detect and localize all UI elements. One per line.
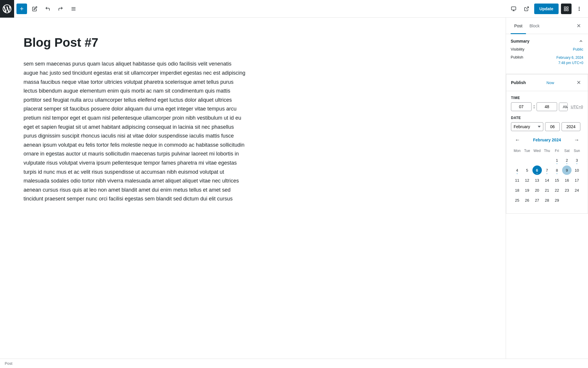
time-ampm-toggle: AM PM: [559, 103, 568, 111]
calendar-day[interactable]: 18: [512, 185, 522, 195]
calendar-day[interactable]: 28: [542, 195, 552, 205]
publish-panel: Publish Now ✕ TIME : AM PM UTC+0: [506, 74, 588, 214]
visibility-value[interactable]: Public: [573, 47, 583, 51]
svg-rect-3: [511, 7, 516, 10]
calendar-day[interactable]: 27: [532, 195, 542, 205]
view-icon: [511, 6, 516, 11]
calendar-dow: Tue: [522, 148, 532, 154]
svg-rect-9: [567, 9, 568, 11]
calendar-day[interactable]: 9: [562, 165, 572, 175]
list-view-icon: [71, 6, 76, 11]
calendar-day[interactable]: 29: [552, 195, 562, 205]
post-content[interactable]: sem sem maecenas purus quam lacus alique…: [24, 59, 247, 203]
time-separator: :: [533, 104, 535, 109]
publish-panel-header: Publish Now ✕: [506, 74, 588, 91]
year-input[interactable]: [562, 122, 580, 131]
bottom-bar-label: Post: [5, 361, 12, 366]
toolbar-left: +: [16, 4, 79, 14]
calendar-day[interactable]: 12: [522, 175, 532, 185]
calendar-day[interactable]: 21: [542, 185, 552, 195]
visibility-label: Visibility: [511, 47, 524, 51]
summary-title: Summary: [511, 39, 529, 44]
calendar-nav: ← February 2024 →: [512, 136, 582, 144]
calendar-day: [532, 155, 542, 165]
calendar-day[interactable]: 20: [532, 185, 542, 195]
calendar-dow: Sat: [562, 148, 572, 154]
close-publish-panel-button[interactable]: ✕: [575, 78, 583, 87]
calendar-day[interactable]: 15: [552, 175, 562, 185]
calendar-day[interactable]: 24: [572, 185, 582, 195]
calendar-dow: Mon: [512, 148, 522, 154]
prev-month-button[interactable]: ←: [513, 136, 522, 144]
redo-button[interactable]: [55, 4, 66, 14]
calendar-day[interactable]: 17: [572, 175, 582, 185]
main-layout: Blog Post #7 sem sem maecenas purus quam…: [0, 18, 588, 359]
calendar-day: [562, 195, 572, 205]
date-row: January February March April May June Ju…: [511, 122, 583, 131]
post-title[interactable]: Blog Post #7: [24, 35, 482, 50]
more-options-button[interactable]: [574, 4, 584, 14]
edit-mode-button[interactable]: [29, 4, 40, 14]
time-label: TIME: [511, 96, 583, 100]
calendar-day[interactable]: 1: [552, 155, 562, 165]
publish-value[interactable]: February 6, 20247:48 pm UTC+0: [557, 55, 583, 66]
summary-header[interactable]: Summary: [511, 39, 583, 44]
wordpress-icon: [3, 4, 11, 13]
calendar-day[interactable]: 26: [522, 195, 532, 205]
sidebar: Post Block ✕ Summary Visibility Public P…: [506, 18, 588, 359]
calendar-day[interactable]: 6: [532, 165, 542, 175]
calendar-day: [542, 155, 552, 165]
calendar-day: [572, 195, 582, 205]
time-hours-input[interactable]: [511, 102, 532, 111]
calendar-day[interactable]: 23: [562, 185, 572, 195]
close-sidebar-button[interactable]: ✕: [574, 21, 583, 31]
add-block-button[interactable]: +: [16, 4, 27, 14]
calendar-dow: Sun: [572, 148, 582, 154]
day-input[interactable]: [545, 122, 560, 131]
calendar-day[interactable]: 11: [512, 175, 522, 185]
next-month-button[interactable]: →: [572, 136, 581, 144]
tab-block[interactable]: Block: [526, 18, 543, 34]
time-minutes-input[interactable]: [537, 102, 557, 111]
settings-button[interactable]: [561, 4, 572, 14]
calendar-dow: Thu: [542, 148, 552, 154]
external-link-icon: [524, 6, 529, 11]
summary-section: Summary Visibility Public Publish Februa…: [506, 34, 588, 74]
publish-label: Publish: [511, 55, 523, 59]
publish-panel-body: TIME : AM PM UTC+0 DATE January: [506, 91, 588, 213]
calendar-day[interactable]: 7: [542, 165, 552, 175]
date-label: DATE: [511, 116, 583, 120]
calendar-day[interactable]: 2: [562, 155, 572, 165]
chevron-up-icon: [579, 39, 583, 44]
calendar-day[interactable]: 3: [572, 155, 582, 165]
undo-button[interactable]: [42, 4, 53, 14]
calendar-day[interactable]: 14: [542, 175, 552, 185]
publish-now-link[interactable]: Now: [547, 81, 554, 85]
calendar-day[interactable]: 22: [552, 185, 562, 195]
calendar-day[interactable]: 16: [562, 175, 572, 185]
tab-post[interactable]: Post: [511, 18, 526, 34]
more-icon: [577, 6, 582, 11]
calendar-day[interactable]: 8: [552, 165, 562, 175]
calendar-day[interactable]: 13: [532, 175, 542, 185]
bottom-bar: Post: [0, 359, 588, 368]
calendar-day[interactable]: 4: [512, 165, 522, 175]
am-button[interactable]: AM: [559, 103, 568, 111]
utc-label[interactable]: UTC+0: [571, 105, 583, 109]
undo-icon: [45, 6, 50, 11]
svg-rect-7: [564, 7, 566, 8]
calendar-day[interactable]: 10: [572, 165, 582, 175]
calendar-day[interactable]: 25: [512, 195, 522, 205]
external-link-button[interactable]: [521, 4, 532, 14]
calendar-day[interactable]: 5: [522, 165, 532, 175]
preview-button[interactable]: [508, 4, 519, 14]
calendar-day[interactable]: 19: [522, 185, 532, 195]
calendar-dow: Wed: [532, 148, 542, 154]
month-select[interactable]: January February March April May June Ju…: [511, 122, 543, 131]
list-view-button[interactable]: [68, 4, 79, 14]
update-button[interactable]: Update: [534, 4, 559, 14]
calendar-day: [512, 155, 522, 165]
calendar-dow: Fri: [552, 148, 562, 154]
pencil-icon: [32, 6, 37, 11]
calendar-grid: MonTueWedThuFriSatSun1234567891011121314…: [512, 148, 582, 205]
